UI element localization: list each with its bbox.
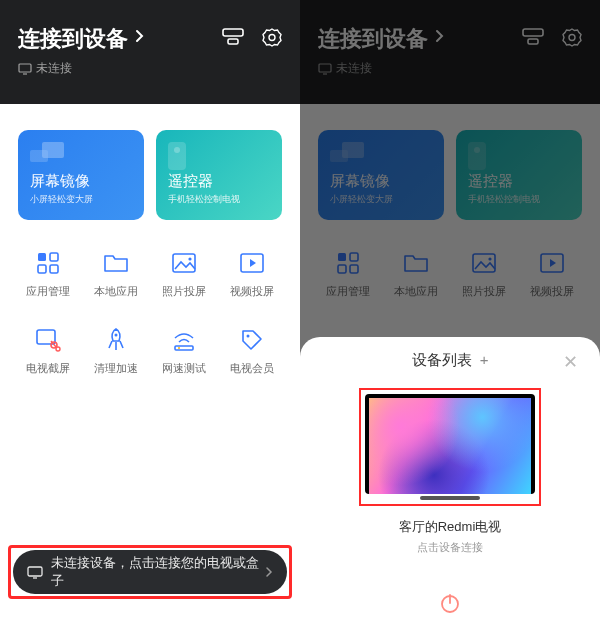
card-title: 遥控器 [168, 172, 270, 191]
header: 连接到设备 未连接 [0, 0, 300, 104]
close-icon[interactable]: ✕ [563, 351, 578, 373]
grid-item-photo[interactable]: 照片投屏 [150, 250, 218, 299]
chevron-right-icon [265, 566, 273, 578]
svg-rect-12 [50, 265, 58, 273]
grid-label: 视频投屏 [230, 284, 274, 299]
svg-rect-7 [168, 142, 186, 170]
grid-label: 电视截屏 [26, 361, 70, 376]
add-device-button[interactable]: + [480, 351, 489, 368]
grid-item-video[interactable]: 视频投屏 [218, 250, 286, 299]
grid-item-screenshot[interactable]: 电视截屏 [14, 327, 82, 376]
svg-point-22 [178, 347, 180, 349]
rocket-icon [103, 327, 129, 353]
svg-rect-11 [38, 265, 46, 273]
svg-rect-9 [38, 253, 46, 261]
svg-point-14 [188, 257, 191, 260]
card-remote[interactable]: 遥控器 手机轻松控制电视 [156, 130, 282, 220]
card-subtitle: 手机轻松控制电视 [168, 193, 270, 206]
grid-item-local[interactable]: 本地应用 [82, 250, 150, 299]
connect-device-bar[interactable]: 未连接设备，点击连接您的电视或盒子 [13, 550, 287, 594]
screens-icon [30, 142, 64, 166]
features-grid: 应用管理 本地应用 照片投屏 视频投屏 [0, 220, 300, 376]
grid-label: 网速测试 [162, 361, 206, 376]
device-hint: 点击设备连接 [318, 540, 582, 555]
svg-rect-21 [175, 346, 193, 350]
cast-icon[interactable] [222, 28, 244, 48]
gear-icon[interactable] [262, 28, 282, 48]
panel-title: 设备列表 [412, 351, 472, 368]
device-item[interactable] [365, 394, 535, 500]
folder-icon [103, 250, 129, 276]
connection-status: 未连接 [18, 60, 282, 77]
svg-rect-24 [28, 567, 42, 576]
remote-icon [168, 142, 186, 170]
svg-rect-13 [173, 254, 195, 272]
highlight-connect-bar: 未连接设备，点击连接您的电视或盒子 [8, 545, 292, 599]
pane-left: 连接到设备 未连接 屏幕镜像 小屏轻松变大屏 [0, 0, 300, 627]
svg-point-18 [56, 347, 60, 351]
grid-item-apps[interactable]: 应用管理 [14, 250, 82, 299]
grid-item-speedtest[interactable]: 网速测试 [150, 327, 218, 376]
apps-icon [35, 250, 61, 276]
highlight-device [359, 388, 541, 506]
power-icon[interactable] [438, 591, 462, 615]
page-title[interactable]: 连接到设备 [18, 24, 128, 54]
grid-label: 清理加速 [94, 361, 138, 376]
grid-label: 电视会员 [230, 361, 274, 376]
device-list-panel: 设备列表 + ✕ 客厅的Redmi电视 点击设备连接 [300, 337, 600, 627]
wifi-speed-icon [171, 327, 197, 353]
card-title: 屏幕镜像 [30, 172, 132, 191]
grid-label: 本地应用 [94, 284, 138, 299]
panel-title-row: 设备列表 + ✕ [318, 351, 582, 370]
tv-small-icon [27, 566, 43, 579]
svg-point-2 [269, 35, 275, 41]
card-screen-mirror[interactable]: 屏幕镜像 小屏轻松变大屏 [18, 130, 144, 220]
tv-small-icon [18, 63, 32, 75]
svg-point-23 [247, 335, 250, 338]
svg-point-20 [115, 334, 118, 337]
svg-rect-6 [42, 142, 64, 158]
grid-label: 照片投屏 [162, 284, 206, 299]
connect-bar-text: 未连接设备，点击连接您的电视或盒子 [51, 554, 261, 590]
svg-rect-0 [223, 29, 243, 36]
svg-rect-1 [228, 39, 238, 44]
video-icon [239, 250, 265, 276]
tag-icon [239, 327, 265, 353]
device-name[interactable]: 客厅的Redmi电视 [318, 518, 582, 536]
chevron-right-icon [134, 29, 144, 43]
photo-icon [171, 250, 197, 276]
pane-right: 连接到设备 未连接 屏幕镜像 小屏轻松变大屏 [300, 0, 600, 627]
svg-rect-3 [19, 64, 31, 72]
svg-rect-10 [50, 253, 58, 261]
scissors-icon [35, 327, 61, 353]
grid-label: 应用管理 [26, 284, 70, 299]
grid-item-clean[interactable]: 清理加速 [82, 327, 150, 376]
tv-icon [365, 394, 535, 494]
svg-point-8 [174, 147, 180, 153]
grid-item-vip[interactable]: 电视会员 [218, 327, 286, 376]
card-subtitle: 小屏轻松变大屏 [30, 193, 132, 206]
